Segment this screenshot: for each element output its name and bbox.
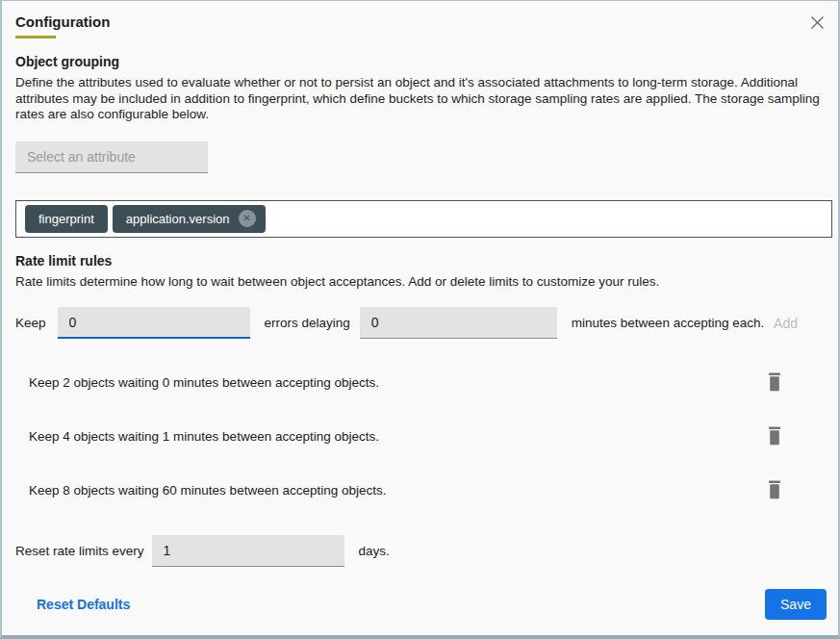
object-grouping-heading: Object grouping <box>15 54 827 69</box>
trash-icon <box>767 426 782 446</box>
rule-text: Keep 4 objects waiting 1 minutes between… <box>29 429 379 444</box>
reset-days-input[interactable] <box>152 535 344 567</box>
keep-label: Keep <box>15 316 46 330</box>
title-underline <box>15 36 56 38</box>
remove-x-icon: ✕ <box>242 213 250 223</box>
new-rule-row: Keep errors delaying minutes between acc… <box>15 307 827 339</box>
attribute-chip-fingerprint: fingerprint <box>25 205 108 233</box>
chip-label: application.version <box>126 212 230 226</box>
delete-rule-button[interactable] <box>767 372 782 392</box>
errors-count-input[interactable] <box>58 307 250 339</box>
trash-icon <box>767 480 782 499</box>
minutes-delay-input[interactable] <box>360 307 557 339</box>
rule-text: Keep 2 objects waiting 0 minutes between… <box>29 375 379 390</box>
chip-label: fingerprint <box>38 212 94 226</box>
chip-remove-button[interactable]: ✕ <box>239 210 256 227</box>
configuration-dialog: Configuration Object grouping Define the… <box>0 0 840 639</box>
save-button[interactable]: Save <box>765 589 827 620</box>
attribute-select-input[interactable] <box>15 141 208 173</box>
dialog-footer: Reset Defaults Save <box>15 589 827 620</box>
reset-every-label: Reset rate limits every <box>15 544 144 558</box>
minutes-between-label: minutes between accepting each. <box>572 316 764 330</box>
delete-rule-button[interactable] <box>767 480 782 499</box>
attribute-chip-application-version: application.version ✕ <box>113 205 266 233</box>
dialog-title: Configuration <box>15 13 827 30</box>
errors-delaying-label: errors delaying <box>265 316 350 330</box>
add-rule-button[interactable]: Add <box>774 316 798 331</box>
trash-icon <box>767 372 782 392</box>
days-label: days. <box>359 544 390 558</box>
close-icon <box>805 15 828 30</box>
object-grouping-description: Define the attributes used to evaluate w… <box>15 75 827 123</box>
delete-rule-button[interactable] <box>767 426 782 446</box>
reset-defaults-button[interactable]: Reset Defaults <box>37 597 130 612</box>
rate-limit-rules-heading: Rate limit rules <box>15 253 827 268</box>
rate-limit-rule-row: Keep 8 objects waiting 60 minutes betwee… <box>15 479 827 500</box>
reset-rate-limits-row: Reset rate limits every days. <box>15 535 827 567</box>
close-button[interactable] <box>805 11 828 34</box>
rule-text: Keep 8 objects waiting 60 minutes betwee… <box>29 483 386 498</box>
rate-limit-rule-row: Keep 2 objects waiting 0 minutes between… <box>15 371 827 393</box>
selected-attributes-box: fingerprint application.version ✕ <box>15 200 832 238</box>
rate-limit-rule-row: Keep 4 objects waiting 1 minutes between… <box>15 425 827 447</box>
rate-limit-rules-description: Rate limits determine how long to wait b… <box>15 274 827 291</box>
